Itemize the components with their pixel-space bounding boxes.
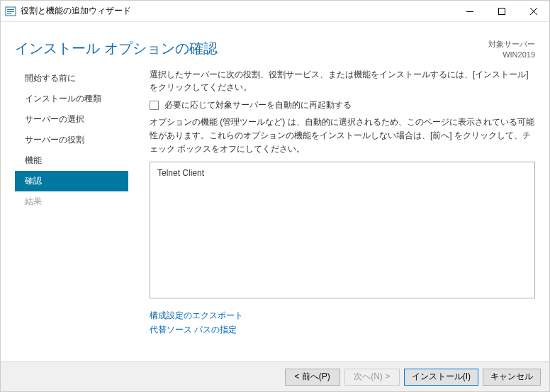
back-button[interactable]: < 前へ(P) [285, 369, 340, 386]
titlebar: 役割と機能の追加ウィザード [1, 1, 549, 22]
sidebar-item-features[interactable]: 機能 [15, 150, 128, 171]
auto-restart-label: 必要に応じて対象サーバーを自動的に再起動する [164, 99, 352, 111]
sidebar-item-server-roles[interactable]: サーバーの役割 [15, 130, 128, 150]
install-button[interactable]: インストール(I) [404, 369, 478, 386]
sidebar-item-results: 結果 [15, 191, 128, 212]
alt-source-link[interactable]: 代替ソース パスの指定 [150, 323, 535, 337]
svg-rect-3 [7, 13, 11, 14]
svg-rect-5 [498, 9, 505, 15]
window-title: 役割と機能の追加ウィザード [21, 5, 454, 17]
target-server-info: 対象サーバー WIN2019 [488, 39, 535, 61]
auto-restart-checkbox[interactable] [150, 101, 159, 110]
sidebar: 開始する前に インストールの種類 サーバーの選択 サーバーの役割 機能 確認 結… [15, 68, 128, 337]
svg-rect-4 [466, 11, 473, 12]
content-area: 開始する前に インストールの種類 サーバーの選択 サーバーの役割 機能 確認 結… [1, 68, 549, 337]
instruction-text: 選択したサーバーに次の役割、役割サービス、または機能をインストールするには、[イ… [150, 68, 535, 94]
svg-rect-1 [7, 9, 14, 10]
close-button[interactable] [517, 1, 549, 22]
header-area: インストール オプションの確認 対象サーバー WIN2019 [1, 22, 549, 68]
window-controls [454, 1, 549, 21]
feature-item[interactable]: Telnet Client [157, 168, 527, 178]
export-config-link[interactable]: 構成設定のエクスポート [150, 308, 535, 323]
sidebar-item-before-begin[interactable]: 開始する前に [15, 68, 128, 89]
maximize-button[interactable] [486, 1, 517, 22]
app-icon [5, 6, 16, 17]
minimize-button[interactable] [454, 1, 486, 22]
footer: < 前へ(P) 次へ(N) > インストール(I) キャンセル [1, 362, 549, 391]
note-text: オプションの機能 (管理ツールなど) は、自動的に選択されるため、このページに表… [150, 116, 535, 157]
auto-restart-row: 必要に応じて対象サーバーを自動的に再起動する [150, 99, 535, 111]
sidebar-item-server-select[interactable]: サーバーの選択 [15, 109, 128, 130]
page-title: インストール オプションの確認 [15, 39, 218, 58]
next-button: 次へ(N) > [344, 369, 400, 386]
links-area: 構成設定のエクスポート 代替ソース パスの指定 [150, 308, 535, 337]
cancel-button[interactable]: キャンセル [483, 369, 541, 386]
sidebar-item-confirm[interactable]: 確認 [15, 171, 128, 191]
target-server-name: WIN2019 [488, 50, 535, 60]
main-panel: 選択したサーバーに次の役割、役割サービス、または機能をインストールするには、[イ… [128, 68, 535, 337]
svg-rect-2 [7, 11, 14, 12]
sidebar-item-install-type[interactable]: インストールの種類 [15, 89, 128, 109]
target-server-label: 対象サーバー [488, 39, 535, 50]
features-listbox[interactable]: Telnet Client [150, 162, 535, 298]
